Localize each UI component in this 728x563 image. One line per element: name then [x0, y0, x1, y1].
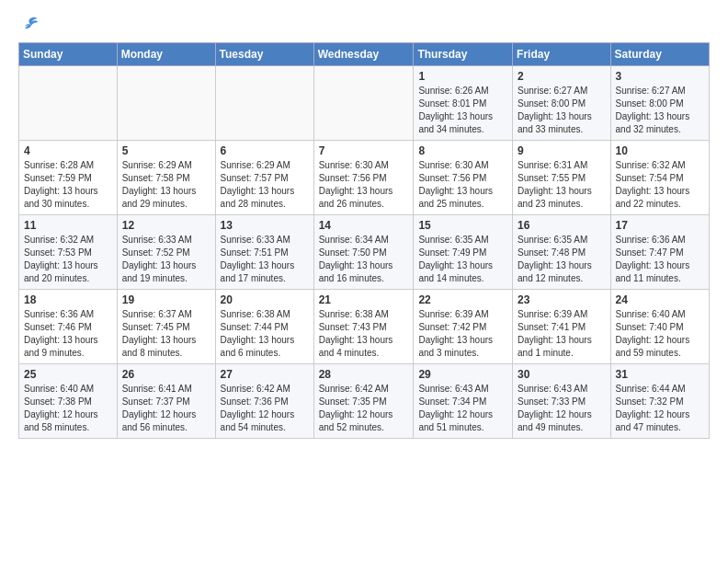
calendar-cell: 14Sunrise: 6:34 AM Sunset: 7:50 PM Dayli…: [313, 215, 414, 290]
day-info: Sunrise: 6:34 AM Sunset: 7:50 PM Dayligh…: [319, 234, 409, 285]
calendar-header-friday: Friday: [513, 43, 610, 66]
day-info: Sunrise: 6:29 AM Sunset: 7:57 PM Dayligh…: [221, 159, 309, 211]
day-number: 18: [24, 293, 112, 306]
day-info: Sunrise: 6:43 AM Sunset: 7:33 PM Dayligh…: [518, 383, 605, 434]
day-info: Sunrise: 6:41 AM Sunset: 7:37 PM Dayligh…: [122, 383, 210, 434]
calendar-cell: 18Sunrise: 6:36 AM Sunset: 7:46 PM Dayli…: [19, 290, 118, 364]
calendar-cell: 15Sunrise: 6:35 AM Sunset: 7:49 PM Dayli…: [414, 215, 513, 290]
calendar-cell: 16Sunrise: 6:35 AM Sunset: 7:48 PM Dayli…: [513, 215, 610, 290]
day-info: Sunrise: 6:31 AM Sunset: 7:55 PM Dayligh…: [518, 159, 605, 211]
day-number: 10: [616, 144, 704, 157]
page-header: [18, 15, 710, 33]
day-number: 19: [122, 293, 210, 306]
day-info: Sunrise: 6:38 AM Sunset: 7:43 PM Dayligh…: [319, 308, 409, 360]
day-number: 27: [221, 368, 309, 381]
day-info: Sunrise: 6:36 AM Sunset: 7:46 PM Dayligh…: [24, 308, 112, 360]
calendar-header-saturday: Saturday: [610, 43, 709, 66]
calendar-cell: 22Sunrise: 6:39 AM Sunset: 7:42 PM Dayli…: [414, 290, 513, 364]
day-info: Sunrise: 6:33 AM Sunset: 7:52 PM Dayligh…: [122, 234, 210, 285]
day-number: 1: [418, 70, 507, 83]
day-number: 17: [616, 219, 704, 232]
day-number: 21: [319, 293, 409, 306]
day-number: 4: [24, 144, 112, 157]
day-info: Sunrise: 6:30 AM Sunset: 7:56 PM Dayligh…: [319, 159, 409, 211]
day-number: 29: [418, 368, 507, 381]
day-number: 26: [122, 368, 210, 381]
day-info: Sunrise: 6:26 AM Sunset: 8:01 PM Dayligh…: [418, 85, 507, 136]
calendar-cell: 20Sunrise: 6:38 AM Sunset: 7:44 PM Dayli…: [215, 290, 313, 364]
calendar-cell: 29Sunrise: 6:43 AM Sunset: 7:34 PM Dayli…: [414, 364, 513, 439]
calendar-cell: 8Sunrise: 6:30 AM Sunset: 7:56 PM Daylig…: [414, 141, 513, 215]
calendar-cell: 24Sunrise: 6:40 AM Sunset: 7:40 PM Dayli…: [610, 290, 709, 364]
day-number: 15: [418, 219, 507, 232]
day-info: Sunrise: 6:27 AM Sunset: 8:00 PM Dayligh…: [616, 85, 704, 136]
calendar-cell: 7Sunrise: 6:30 AM Sunset: 7:56 PM Daylig…: [313, 141, 414, 215]
calendar-cell: 11Sunrise: 6:32 AM Sunset: 7:53 PM Dayli…: [19, 215, 118, 290]
calendar-header-tuesday: Tuesday: [215, 43, 313, 66]
day-info: Sunrise: 6:27 AM Sunset: 8:00 PM Dayligh…: [518, 85, 605, 136]
calendar-cell: 4Sunrise: 6:28 AM Sunset: 7:59 PM Daylig…: [19, 141, 118, 215]
calendar-cell: 31Sunrise: 6:44 AM Sunset: 7:32 PM Dayli…: [610, 364, 709, 439]
calendar-cell: 5Sunrise: 6:29 AM Sunset: 7:58 PM Daylig…: [117, 141, 215, 215]
day-info: Sunrise: 6:38 AM Sunset: 7:44 PM Dayligh…: [221, 308, 309, 360]
calendar-cell: 9Sunrise: 6:31 AM Sunset: 7:55 PM Daylig…: [513, 141, 610, 215]
day-info: Sunrise: 6:30 AM Sunset: 7:56 PM Dayligh…: [418, 159, 507, 211]
day-number: 11: [24, 219, 112, 232]
day-info: Sunrise: 6:39 AM Sunset: 7:42 PM Dayligh…: [418, 308, 507, 360]
day-number: 3: [616, 70, 704, 83]
calendar-cell: 10Sunrise: 6:32 AM Sunset: 7:54 PM Dayli…: [610, 141, 709, 215]
day-number: 25: [24, 368, 112, 381]
day-info: Sunrise: 6:33 AM Sunset: 7:51 PM Dayligh…: [221, 234, 309, 285]
day-number: 28: [319, 368, 409, 381]
day-info: Sunrise: 6:40 AM Sunset: 7:38 PM Dayligh…: [24, 383, 112, 434]
calendar-cell: 17Sunrise: 6:36 AM Sunset: 7:47 PM Dayli…: [610, 215, 709, 290]
day-number: 6: [221, 144, 309, 157]
calendar-week-2: 4Sunrise: 6:28 AM Sunset: 7:59 PM Daylig…: [19, 141, 710, 215]
day-info: Sunrise: 6:35 AM Sunset: 7:49 PM Dayligh…: [418, 234, 507, 285]
calendar-cell: [117, 66, 215, 141]
day-number: 7: [319, 144, 409, 157]
calendar-header-thursday: Thursday: [414, 43, 513, 66]
day-number: 24: [616, 293, 704, 306]
calendar-cell: [313, 66, 414, 141]
day-number: 9: [518, 144, 605, 157]
day-info: Sunrise: 6:39 AM Sunset: 7:41 PM Dayligh…: [518, 308, 605, 360]
day-info: Sunrise: 6:40 AM Sunset: 7:40 PM Dayligh…: [616, 308, 704, 360]
calendar-week-5: 25Sunrise: 6:40 AM Sunset: 7:38 PM Dayli…: [19, 364, 710, 439]
calendar-cell: 1Sunrise: 6:26 AM Sunset: 8:01 PM Daylig…: [414, 66, 513, 141]
day-info: Sunrise: 6:36 AM Sunset: 7:47 PM Dayligh…: [616, 234, 704, 285]
calendar-week-1: 1Sunrise: 6:26 AM Sunset: 8:01 PM Daylig…: [19, 66, 710, 141]
logo: [18, 15, 39, 33]
calendar-cell: 28Sunrise: 6:42 AM Sunset: 7:35 PM Dayli…: [313, 364, 414, 439]
calendar-header: SundayMondayTuesdayWednesdayThursdayFrid…: [19, 43, 710, 66]
day-number: 20: [221, 293, 309, 306]
day-info: Sunrise: 6:42 AM Sunset: 7:36 PM Dayligh…: [221, 383, 309, 434]
day-number: 31: [616, 368, 704, 381]
day-number: 23: [518, 293, 605, 306]
calendar-header-wednesday: Wednesday: [313, 43, 414, 66]
day-number: 5: [122, 144, 210, 157]
day-number: 13: [221, 219, 309, 232]
calendar-cell: 30Sunrise: 6:43 AM Sunset: 7:33 PM Dayli…: [513, 364, 610, 439]
calendar-cell: 26Sunrise: 6:41 AM Sunset: 7:37 PM Dayli…: [117, 364, 215, 439]
calendar-cell: [19, 66, 118, 141]
calendar-cell: 19Sunrise: 6:37 AM Sunset: 7:45 PM Dayli…: [117, 290, 215, 364]
calendar-cell: 3Sunrise: 6:27 AM Sunset: 8:00 PM Daylig…: [610, 66, 709, 141]
day-info: Sunrise: 6:32 AM Sunset: 7:54 PM Dayligh…: [616, 159, 704, 211]
calendar-header-sunday: Sunday: [19, 43, 118, 66]
day-number: 22: [418, 293, 507, 306]
calendar-cell: 6Sunrise: 6:29 AM Sunset: 7:57 PM Daylig…: [215, 141, 313, 215]
calendar-cell: 25Sunrise: 6:40 AM Sunset: 7:38 PM Dayli…: [19, 364, 118, 439]
calendar-cell: 21Sunrise: 6:38 AM Sunset: 7:43 PM Dayli…: [313, 290, 414, 364]
calendar-week-4: 18Sunrise: 6:36 AM Sunset: 7:46 PM Dayli…: [19, 290, 710, 364]
day-number: 16: [518, 219, 605, 232]
day-info: Sunrise: 6:44 AM Sunset: 7:32 PM Dayligh…: [616, 383, 704, 434]
day-number: 14: [319, 219, 409, 232]
logo-bird-icon: [20, 15, 39, 33]
day-info: Sunrise: 6:28 AM Sunset: 7:59 PM Dayligh…: [24, 159, 112, 211]
calendar-cell: 12Sunrise: 6:33 AM Sunset: 7:52 PM Dayli…: [117, 215, 215, 290]
calendar-cell: [215, 66, 313, 141]
calendar-cell: 13Sunrise: 6:33 AM Sunset: 7:51 PM Dayli…: [215, 215, 313, 290]
day-number: 8: [418, 144, 507, 157]
day-number: 2: [518, 70, 605, 83]
